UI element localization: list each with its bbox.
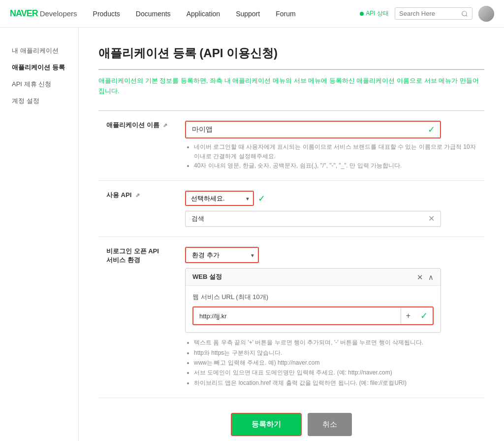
header-right: API 상태 bbox=[360, 6, 494, 22]
env-hint-2: http와 https는 구분하지 않습니다. bbox=[194, 348, 476, 358]
app-name-content: ✓ 네이버 로그인할 때 사용자에게 표시되는 이름이므로 서비스 브랜드를 대… bbox=[177, 110, 484, 181]
environment-content: 환경 추가 WEB 설정 Android iOS ▼ WEB 설정 bbox=[177, 237, 484, 398]
web-settings-body: 웹 서비스 URL (최대 10개) + ✓ bbox=[186, 286, 441, 332]
nav-documents[interactable]: Documents bbox=[135, 10, 172, 18]
search-input[interactable] bbox=[399, 10, 458, 17]
env-add-wrapper: 환경 추가 WEB 설정 Android iOS ▼ bbox=[185, 247, 259, 263]
api-status-dot bbox=[360, 12, 364, 16]
web-url-label: 웹 서비스 URL (최대 10개) bbox=[192, 293, 434, 302]
logo-developers: Developers bbox=[40, 9, 77, 18]
submit-button[interactable]: 등록하기 bbox=[231, 413, 302, 436]
logo-naver: NAVER bbox=[10, 8, 38, 19]
nav-support[interactable]: Support bbox=[235, 10, 261, 18]
app-name-hint-1: 네이버 로그인할 때 사용자에게 표시되는 이름이므로 서비스 브랜드를 대표할… bbox=[194, 142, 476, 161]
app-name-hint-2: 40자 이내의 영문, 한글, 숫자, 공백문자, 쉼표(,), "/", "-… bbox=[194, 161, 476, 170]
app-name-wrapper: ✓ bbox=[185, 121, 441, 138]
env-hints: 텍스트 폼 우측 끝의 '+' 버튼을 누르면 행이 추가되며, '-' 버튼을… bbox=[185, 338, 476, 388]
api-select-wrapper: 선택하세요. 검색 네이버 로그인 블로그 카페 ▼ bbox=[185, 191, 254, 206]
cancel-button[interactable]: 취소 bbox=[308, 413, 352, 436]
env-hint-5: 하이브리드 앱은 location.href 객체 출력 값을 입력하면 됩니다… bbox=[194, 378, 476, 388]
api-select-check-icon: ✓ bbox=[258, 193, 265, 204]
sidebar-item-register-app[interactable]: 애플리케이션 등록 bbox=[0, 59, 78, 76]
env-select-wrapper: 환경 추가 WEB 설정 Android iOS ▼ bbox=[185, 247, 476, 263]
api-status-label: API 상태 bbox=[366, 9, 389, 18]
environment-row: 비로그인 오픈 API 서비스 환경 환경 추가 WEB 설정 Android … bbox=[98, 237, 484, 398]
url-input-wrapper: + ✓ bbox=[192, 306, 434, 325]
web-settings-title: WEB 설정 bbox=[192, 272, 222, 281]
search-tag-remove-icon[interactable]: ✕ bbox=[428, 215, 435, 223]
header: NAVER Developers Products Documents Appl… bbox=[0, 0, 504, 28]
avatar[interactable] bbox=[478, 6, 494, 22]
svg-point-0 bbox=[462, 11, 467, 15]
web-settings-header: WEB 설정 ✕ ∧ bbox=[186, 269, 441, 286]
api-select-content: 선택하세요. 검색 네이버 로그인 블로그 카페 ▼ ✓ 검색 ✕ bbox=[177, 181, 484, 237]
nav-forum[interactable]: Forum bbox=[275, 10, 296, 18]
page-description: 애플리케이션의 기본 정보를 등록하면, 좌측 내 애플리케이션 메뉴의 서브 … bbox=[98, 76, 484, 97]
search-box[interactable] bbox=[395, 7, 472, 20]
page-title: 애플리케이션 등록 (API 이용신청) bbox=[98, 45, 484, 70]
search-tag-text: 검색 bbox=[191, 214, 204, 223]
environment-label: 비로그인 오픈 API 서비스 환경 bbox=[98, 237, 177, 398]
env-hint-3: www는 빼고 입력해 주세요. 예) http://naver.com bbox=[194, 358, 476, 368]
search-icon bbox=[461, 10, 468, 17]
env-hint-1: 텍스트 폼 우측 끝의 '+' 버튼을 누르면 행이 추가되며, '-' 버튼을… bbox=[194, 338, 476, 347]
api-select-link-icon: ⇗ bbox=[135, 192, 140, 198]
app-name-check-icon: ✓ bbox=[428, 124, 435, 135]
app-name-row: 애플리케이션 이름 ⇗ ✓ 네이버 로그인할 때 사용자에게 표시되는 이름이므… bbox=[98, 110, 484, 181]
url-check-icon: ✓ bbox=[415, 307, 433, 324]
logo[interactable]: NAVER Developers bbox=[10, 8, 77, 19]
sidebar: 내 애플리케이션 애플리케이션 등록 API 제휴 신청 계정 설정 bbox=[0, 28, 79, 441]
svg-line-1 bbox=[466, 15, 468, 16]
sidebar-item-account-settings[interactable]: 계정 설정 bbox=[0, 93, 78, 109]
main-content: 애플리케이션 등록 (API 이용신청) 애플리케이션의 기본 정보를 등록하면… bbox=[79, 28, 504, 441]
app-name-link-icon: ⇗ bbox=[163, 122, 167, 128]
env-hint-4: 서브 도메인이 있으면 대표 도메인명만 입력해 주세요. (예: http:/… bbox=[194, 368, 476, 377]
api-select-row: 사용 API ⇗ 선택하세요. 검색 네이버 로그인 블로그 카페 bbox=[98, 181, 484, 237]
app-name-input[interactable] bbox=[186, 122, 440, 137]
web-settings-close-icon[interactable]: ✕ bbox=[417, 273, 423, 281]
api-selector-wrapper: 선택하세요. 검색 네이버 로그인 블로그 카페 ▼ ✓ bbox=[185, 191, 476, 206]
app-name-label: 애플리케이션 이름 ⇗ bbox=[98, 110, 177, 181]
search-tag: 검색 ✕ bbox=[185, 211, 441, 227]
api-select-dropdown[interactable]: 선택하세요. 검색 네이버 로그인 블로그 카페 bbox=[185, 191, 254, 206]
form-table: 애플리케이션 이름 ⇗ ✓ 네이버 로그인할 때 사용자에게 표시되는 이름이므… bbox=[98, 110, 484, 399]
sidebar-item-my-apps[interactable]: 내 애플리케이션 bbox=[0, 42, 78, 59]
url-input[interactable] bbox=[193, 308, 401, 324]
web-settings-icons: ✕ ∧ bbox=[417, 273, 434, 281]
api-select-label: 사용 API ⇗ bbox=[98, 181, 177, 237]
nav-products[interactable]: Products bbox=[92, 10, 121, 18]
nav: Products Documents Application Support F… bbox=[92, 10, 360, 18]
form-footer: 등록하기 취소 bbox=[98, 398, 484, 441]
sidebar-item-api-request[interactable]: API 제휴 신청 bbox=[0, 76, 78, 93]
app-name-hints: 네이버 로그인할 때 사용자에게 표시되는 이름이므로 서비스 브랜드를 대표할… bbox=[185, 142, 476, 171]
env-add-dropdown[interactable]: 환경 추가 WEB 설정 Android iOS bbox=[185, 247, 259, 263]
url-add-icon[interactable]: + bbox=[401, 308, 415, 324]
web-settings-box: WEB 설정 ✕ ∧ 웹 서비스 URL (최대 10개) + ✓ bbox=[185, 268, 441, 333]
api-status: API 상태 bbox=[360, 9, 389, 18]
web-settings-collapse-icon[interactable]: ∧ bbox=[428, 273, 434, 281]
layout: 내 애플리케이션 애플리케이션 등록 API 제휴 신청 계정 설정 애플리케이… bbox=[0, 28, 504, 441]
nav-application[interactable]: Application bbox=[186, 10, 221, 18]
